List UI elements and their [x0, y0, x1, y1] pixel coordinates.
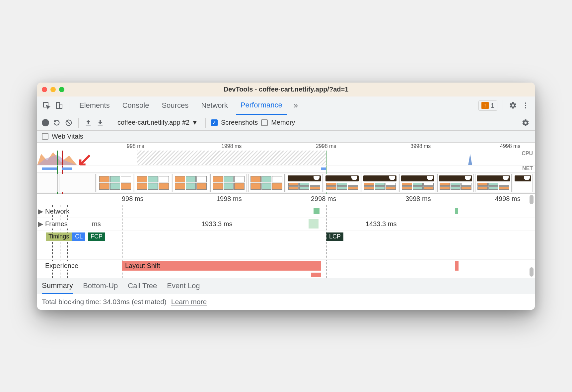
kebab-menu-icon[interactable]: [521, 101, 530, 110]
screenshot-thumb[interactable]: [38, 174, 58, 192]
flame-chart-tracks[interactable]: ▶ Network ▶ Frames ms 1933.3 ms 1433.3 m…: [37, 205, 535, 278]
tab-network[interactable]: Network: [196, 96, 233, 115]
scrollbar-thumb[interactable]: [530, 195, 534, 204]
inspect-element-icon[interactable]: [42, 101, 51, 110]
long-task-region: [137, 151, 326, 165]
net-overview: NET: [37, 165, 535, 172]
divider: [78, 118, 79, 128]
memory-checkbox[interactable]: [261, 119, 268, 126]
window-title: DevTools - coffee-cart.netlify.app/?ad=1: [37, 86, 535, 93]
lcp-badge[interactable]: LCP: [326, 232, 343, 241]
divider: [110, 118, 110, 128]
layout-shift-block[interactable]: [311, 273, 321, 277]
devtools-window: DevTools - coffee-cart.netlify.app/?ad=1…: [37, 83, 535, 310]
ruler-tick: 1998 ms: [216, 195, 242, 203]
close-window-button[interactable]: [42, 87, 47, 92]
tab-bottom-up[interactable]: Bottom-Up: [83, 282, 118, 290]
screenshot-thumb[interactable]: [173, 174, 209, 192]
track-timings[interactable]: TimingsCL FCP LCP: [37, 230, 535, 243]
ruler-tick: 4998 ms: [500, 143, 520, 149]
track-spacer: [37, 243, 535, 259]
minimize-window-button[interactable]: [50, 87, 56, 92]
screenshot-thumb[interactable]: [362, 174, 398, 192]
ruler-tick: 3998 ms: [405, 195, 431, 203]
tab-event-log[interactable]: Event Log: [167, 282, 200, 290]
learn-more-link[interactable]: Learn more: [171, 298, 207, 306]
device-toolbar-icon[interactable]: [54, 101, 64, 110]
performance-toolbar-row2: Web Vitals: [37, 131, 535, 143]
screenshot-thumb[interactable]: [513, 174, 533, 192]
screenshot-thumb[interactable]: [210, 174, 247, 192]
tab-summary[interactable]: Summary: [42, 278, 73, 294]
upload-icon[interactable]: [84, 118, 93, 127]
svg-rect-7: [86, 125, 91, 125]
tab-call-tree[interactable]: Call Tree: [128, 282, 157, 290]
screenshot-thumb[interactable]: [399, 174, 436, 192]
track-experience[interactable]: Experience Layout Shift: [37, 259, 535, 272]
issues-button[interactable]: ! 1: [478, 100, 497, 111]
frame-block[interactable]: [309, 219, 319, 229]
ruler-tick: 4998 ms: [495, 195, 521, 203]
screenshot-thumb[interactable]: [59, 174, 96, 192]
tab-sources[interactable]: Sources: [157, 96, 193, 115]
timings-track-label: Timings: [46, 232, 72, 241]
layout-shift-block[interactable]: Layout Shift: [122, 261, 321, 271]
ruler-tick: 998 ms: [127, 143, 144, 149]
main-ruler: 998 ms 1998 ms 2998 ms 3998 ms 4998 ms: [37, 194, 535, 205]
svg-point-3: [525, 102, 526, 104]
maximize-window-button[interactable]: [59, 87, 64, 92]
clear-icon[interactable]: [64, 118, 73, 127]
ruler-tick: 2998 ms: [316, 143, 336, 149]
tab-performance[interactable]: Performance: [236, 96, 287, 115]
reload-icon[interactable]: [52, 118, 61, 127]
panel-tabstrip: Elements Console Sources Network Perform…: [37, 97, 535, 115]
screenshot-thumb[interactable]: [324, 174, 360, 192]
dropdown-chevron-icon: ▼: [191, 119, 198, 126]
cls-badge[interactable]: CL: [72, 232, 85, 241]
frames-track-label: Frames: [44, 220, 68, 228]
issue-warning-icon: !: [481, 102, 489, 109]
more-tabs-chevron-icon[interactable]: »: [290, 101, 301, 110]
screenshot-thumb[interactable]: [248, 174, 285, 192]
total-blocking-time: Total blocking time: 34.03ms (estimated): [42, 298, 167, 306]
details-tabstrip: Summary Bottom-Up Call Tree Event Log: [37, 278, 535, 294]
screenshot-thumb[interactable]: [475, 174, 512, 192]
ruler-tick: 3998 ms: [410, 143, 431, 149]
screenshots-checkbox[interactable]: [211, 119, 218, 126]
track-network[interactable]: ▶ Network: [37, 205, 535, 218]
screenshot-filmstrip[interactable]: [37, 172, 535, 194]
screenshot-thumb[interactable]: [135, 174, 171, 192]
divider: [503, 100, 503, 110]
network-bar[interactable]: [455, 208, 458, 214]
network-track-label: Network: [44, 208, 69, 215]
ruler-tick: 998 ms: [122, 195, 144, 203]
recording-selector[interactable]: coffee-cart.netlify.app #2 ▼: [115, 119, 200, 126]
track-frames[interactable]: ▶ Frames ms 1933.3 ms 1433.3 ms: [37, 218, 535, 230]
web-vitals-checkbox[interactable]: [42, 133, 48, 140]
ruler-tick: 2998 ms: [311, 195, 336, 203]
titlebar: DevTools - coffee-cart.netlify.app/?ad=1: [37, 83, 535, 97]
network-bar[interactable]: [314, 208, 320, 214]
overview-panel[interactable]: 998 ms 1998 ms 2998 ms 3998 ms 4998 ms C…: [37, 143, 535, 172]
disclosure-triangle-icon[interactable]: ▶: [37, 220, 44, 228]
track-experience-sub: [37, 272, 535, 278]
screenshot-thumb[interactable]: [437, 174, 474, 192]
screenshot-thumb[interactable]: [97, 174, 133, 192]
scrollbar-thumb[interactable]: [530, 267, 534, 277]
layout-shift-block[interactable]: [455, 261, 459, 271]
issues-count: 1: [491, 102, 494, 109]
screenshots-label: Screenshots: [221, 119, 258, 126]
tab-elements[interactable]: Elements: [75, 96, 114, 115]
record-button[interactable]: [42, 119, 49, 126]
settings-gear-icon[interactable]: [508, 101, 518, 110]
disclosure-triangle-icon[interactable]: ▶: [37, 207, 44, 215]
tab-console[interactable]: Console: [118, 96, 154, 115]
summary-status: Total blocking time: 34.03ms (estimated)…: [37, 294, 535, 310]
fcp-badge[interactable]: FCP: [88, 232, 105, 241]
web-vitals-label: Web Vitals: [52, 133, 83, 140]
performance-toolbar: coffee-cart.netlify.app #2 ▼ Screenshots…: [37, 115, 535, 131]
capture-settings-gear-icon[interactable]: [521, 118, 530, 127]
memory-label: Memory: [271, 119, 295, 126]
download-icon[interactable]: [96, 118, 105, 127]
screenshot-thumb[interactable]: [286, 174, 322, 192]
